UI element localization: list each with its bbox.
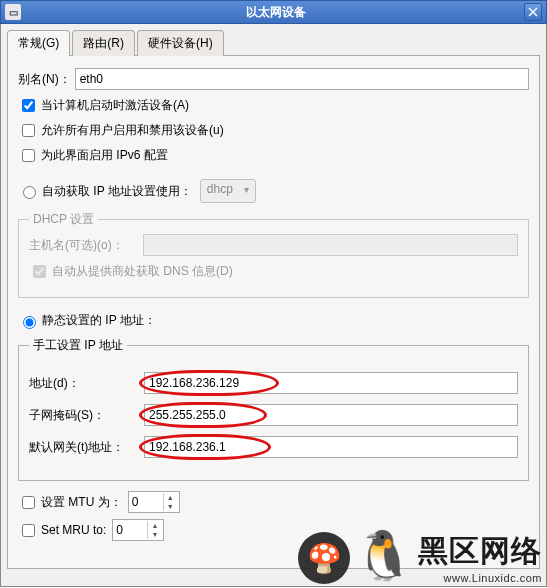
mru-label: Set MRU to: (41, 523, 106, 537)
mtu-input[interactable] (129, 493, 163, 511)
enable-ipv6-label: 为此界面启用 IPv6 配置 (41, 147, 168, 164)
static-ip-label: 静态设置的 IP 地址： (42, 312, 156, 329)
mru-input[interactable] (113, 521, 147, 539)
dhcp-autodns-label: 自动从提供商处获取 DNS 信息(D) (52, 263, 233, 280)
tab-hardware[interactable]: 硬件设备(H) (137, 30, 224, 56)
dhcp-hostname-input (143, 234, 518, 256)
subnet-label: 子网掩码(S)： (29, 407, 144, 424)
subnet-row: 子网掩码(S)： (29, 404, 518, 426)
tab-content-general: 别名(N)： 当计算机启动时激活设备(A) 允许所有用户启用和禁用该设备(u) … (7, 55, 540, 569)
arrow-down-icon[interactable]: ▼ (148, 530, 161, 539)
allow-users-row: 允许所有用户启用和禁用该设备(u) (18, 121, 529, 140)
activate-on-boot-checkbox[interactable] (22, 99, 35, 112)
manual-fieldset: 手工设置 IP 地址 地址(d)： 子网掩码(S)： 默认网关(t)地址： (18, 337, 529, 481)
address-label: 地址(d)： (29, 375, 144, 392)
tab-bar: 常规(G) 路由(R) 硬件设备(H) (7, 30, 540, 56)
alias-input[interactable] (75, 68, 529, 90)
dhcp-dropdown: dhcp (200, 179, 256, 203)
address-row: 地址(d)： (29, 372, 518, 394)
mtu-checkbox[interactable] (22, 496, 35, 509)
manual-legend: 手工设置 IP 地址 (29, 337, 127, 354)
address-input[interactable] (144, 372, 518, 394)
mtu-label: 设置 MTU 为： (41, 494, 122, 511)
close-icon (528, 7, 538, 17)
titlebar: ▭ 以太网设备 (0, 0, 547, 24)
window-body: 常规(G) 路由(R) 硬件设备(H) 别名(N)： 当计算机启动时激活设备(A… (0, 24, 547, 587)
alias-label: 别名(N)： (18, 71, 71, 88)
auto-ip-label: 自动获取 IP 地址设置使用： (42, 183, 192, 200)
enable-ipv6-row: 为此界面启用 IPv6 配置 (18, 146, 529, 165)
allow-users-label: 允许所有用户启用和禁用该设备(u) (41, 122, 224, 139)
static-ip-radio[interactable] (23, 316, 36, 329)
allow-users-checkbox[interactable] (22, 124, 35, 137)
gateway-label: 默认网关(t)地址： (29, 439, 144, 456)
mru-arrows[interactable]: ▲▼ (147, 521, 161, 539)
enable-ipv6-checkbox[interactable] (22, 149, 35, 162)
mtu-arrows[interactable]: ▲▼ (163, 493, 177, 511)
mru-checkbox[interactable] (22, 524, 35, 537)
watermark-line2: www.Linuxidc.com (418, 572, 542, 584)
dhcp-legend: DHCP 设置 (29, 211, 98, 228)
dhcp-fieldset: DHCP 设置 主机名(可选)(o)： 自动从提供商处获取 DNS 信息(D) (18, 211, 529, 298)
gateway-input[interactable] (144, 436, 518, 458)
mtu-row: 设置 MTU 为： ▲▼ (18, 491, 529, 513)
tab-route[interactable]: 路由(R) (72, 30, 135, 56)
tab-general[interactable]: 常规(G) (7, 30, 70, 56)
arrow-up-icon[interactable]: ▲ (148, 521, 161, 530)
activate-on-boot-row: 当计算机启动时激活设备(A) (18, 96, 529, 115)
dhcp-hostname-row: 主机名(可选)(o)： (29, 234, 518, 256)
gateway-row: 默认网关(t)地址： (29, 436, 518, 458)
mtu-spinner[interactable]: ▲▼ (128, 491, 180, 513)
auto-ip-row: 自动获取 IP 地址设置使用： dhcp (18, 179, 529, 203)
subnet-input[interactable] (144, 404, 518, 426)
auto-ip-radio[interactable] (23, 186, 36, 199)
close-button[interactable] (524, 3, 542, 21)
mru-row: Set MRU to: ▲▼ (18, 519, 529, 541)
dhcp-autodns-row: 自动从提供商处获取 DNS 信息(D) (29, 262, 518, 281)
dhcp-hostname-label: 主机名(可选)(o)： (29, 237, 139, 254)
mru-spinner[interactable]: ▲▼ (112, 519, 164, 541)
alias-row: 别名(N)： (18, 68, 529, 90)
activate-on-boot-label: 当计算机启动时激活设备(A) (41, 97, 189, 114)
dhcp-autodns-checkbox (33, 265, 46, 278)
window-title: 以太网设备 (27, 4, 524, 21)
window-icon: ▭ (5, 4, 21, 20)
arrow-up-icon[interactable]: ▲ (164, 493, 177, 502)
static-ip-row: 静态设置的 IP 地址： (18, 312, 529, 329)
arrow-down-icon[interactable]: ▼ (164, 502, 177, 511)
